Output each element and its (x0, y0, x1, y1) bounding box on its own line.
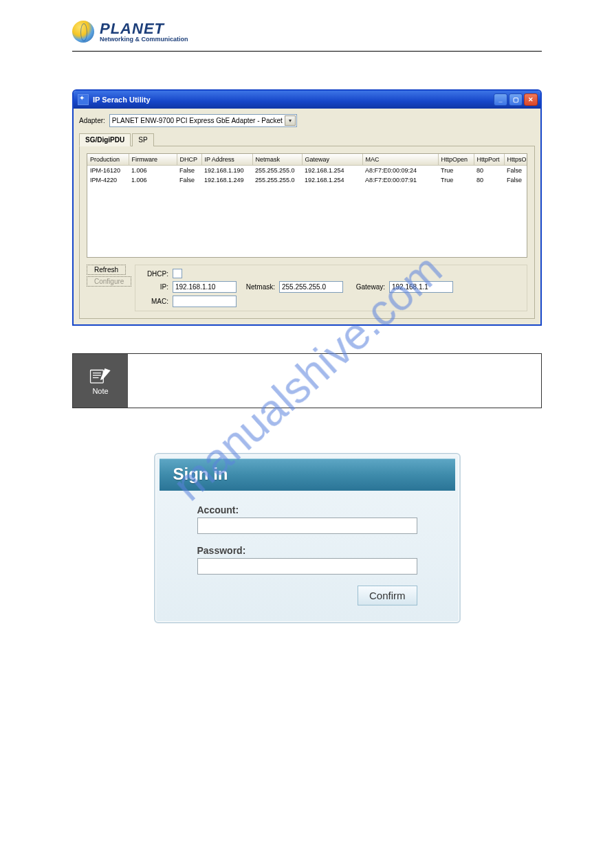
cell: 80 (474, 175, 504, 185)
col-netmask[interactable]: Netmask (252, 154, 302, 166)
mac-label: MAC: (141, 298, 168, 305)
cell: A8:F7:E0:00:07:91 (362, 175, 438, 185)
note-content (128, 354, 541, 408)
signin-title: Sign in (160, 458, 455, 491)
cell: 255.255.255.0 (252, 175, 302, 185)
col-production[interactable]: Production (87, 154, 129, 166)
adapter-selected-value: PLANET ENW-9700 PCI Express GbE Adapter … (112, 117, 289, 124)
gateway-label: Gateway: (347, 283, 385, 291)
svg-rect-0 (91, 370, 104, 383)
note-label: Note (92, 387, 108, 395)
netmask-input[interactable] (279, 281, 343, 293)
cell: True (438, 175, 474, 185)
logo-tagline: Networking & Communication (100, 36, 188, 43)
minimize-button[interactable]: _ (494, 93, 507, 106)
cell: 192.168.1.254 (302, 175, 362, 185)
adapter-select[interactable]: PLANET ENW-9700 PCI Express GbE Adapter … (109, 114, 297, 127)
account-input[interactable] (197, 518, 417, 534)
config-panel: DHCP: IP: Netmask: Gateway: MAC: (135, 265, 527, 311)
table-row[interactable]: IPM-4220 1.006 False 192.168.1.249 255.2… (87, 175, 527, 185)
cell: 1.006 (129, 175, 177, 185)
cell: 192.168.1.254 (302, 166, 362, 176)
cell: False (504, 166, 527, 176)
tab-sp[interactable]: SP (132, 133, 153, 146)
page-logo: PLANET Networking & Communication (72, 21, 542, 43)
cell: False (177, 175, 201, 185)
cell: False (504, 175, 527, 185)
ip-search-utility-window: IP Serach Utility _ ▢ ✕ Adapter: PLANET … (72, 89, 542, 326)
signin-panel: Sign in Account: Password: Confirm (154, 453, 461, 623)
password-label: Password: (197, 545, 417, 556)
refresh-button[interactable]: Refresh (87, 265, 126, 275)
planet-globe-icon (72, 21, 94, 43)
dhcp-checkbox[interactable] (173, 269, 182, 278)
col-mac[interactable]: MAC (362, 154, 438, 166)
cell: 255.255.255.0 (252, 166, 302, 176)
cell: 192.168.1.190 (201, 166, 252, 176)
col-gateway[interactable]: Gateway (302, 154, 362, 166)
device-grid[interactable]: Production Firmware DHCP IP Address Netm… (87, 153, 527, 258)
netmask-label: Netmask: (241, 283, 275, 291)
ip-label: IP: (141, 283, 168, 291)
window-title: IP Serach Utility (93, 96, 492, 104)
tab-sgdigipdu[interactable]: SG/DigiPDU (79, 133, 131, 146)
cell: False (177, 166, 201, 176)
col-firmware[interactable]: Firmware (129, 154, 177, 166)
ip-input[interactable] (173, 281, 237, 293)
cell: IPM-4220 (87, 175, 129, 185)
col-httpport[interactable]: HttpPort (474, 154, 504, 166)
cell: 80 (474, 166, 504, 176)
confirm-button[interactable]: Confirm (358, 586, 417, 605)
cell: IPM-16120 (87, 166, 129, 176)
cell: 192.168.1.249 (201, 175, 252, 185)
password-input[interactable] (197, 558, 417, 575)
grid-header-row: Production Firmware DHCP IP Address Netm… (87, 154, 527, 166)
col-ip[interactable]: IP Address (201, 154, 252, 166)
configure-button[interactable]: Configure (87, 276, 131, 287)
account-label: Account: (197, 504, 417, 515)
note-icon (89, 367, 112, 385)
cell: A8:F7:E0:00:09:24 (362, 166, 438, 176)
dhcp-label: DHCP: (141, 270, 168, 278)
note-callout: Note (72, 353, 542, 408)
app-icon (78, 94, 89, 105)
header-divider (72, 51, 542, 52)
adapter-label: Adapter: (79, 117, 105, 124)
col-httpopen[interactable]: HttpOpen (438, 154, 474, 166)
titlebar[interactable]: IP Serach Utility _ ▢ ✕ (74, 91, 540, 109)
mac-input[interactable] (173, 296, 237, 307)
gateway-input[interactable] (389, 281, 453, 293)
maximize-button[interactable]: ▢ (509, 93, 523, 106)
logo-brand: PLANET (100, 21, 188, 36)
chevron-down-icon[interactable] (285, 115, 296, 126)
cell: True (438, 166, 474, 176)
table-row[interactable]: IPM-16120 1.006 False 192.168.1.190 255.… (87, 166, 527, 176)
close-button[interactable]: ✕ (524, 93, 538, 106)
col-httpsopen[interactable]: HttpsOpen (504, 154, 527, 166)
cell: 1.006 (129, 166, 177, 176)
col-dhcp[interactable]: DHCP (177, 154, 201, 166)
